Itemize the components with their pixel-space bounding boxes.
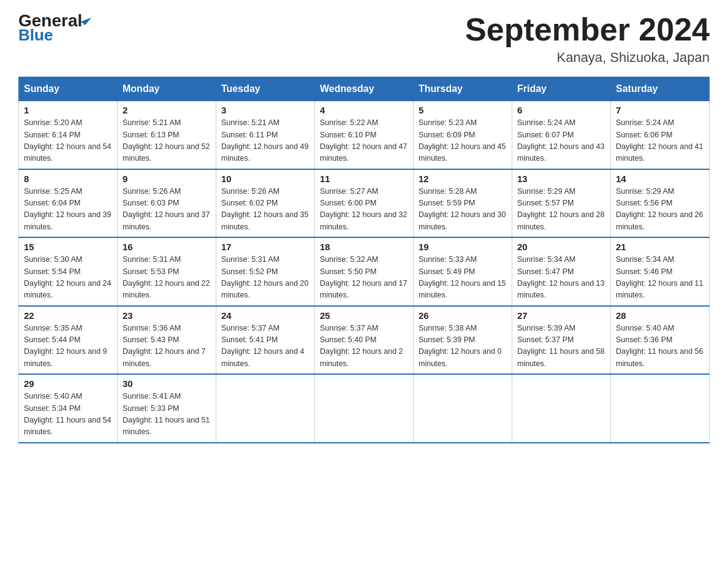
day-info: Sunrise: 5:38 AMSunset: 5:39 PMDaylight:… [419, 324, 502, 368]
col-header-tuesday: Tuesday [216, 77, 315, 101]
calendar-cell: 18 Sunrise: 5:32 AMSunset: 5:50 PMDaylig… [315, 237, 414, 306]
calendar-cell: 26 Sunrise: 5:38 AMSunset: 5:39 PMDaylig… [414, 306, 512, 375]
day-number: 2 [123, 105, 211, 115]
day-number: 12 [419, 174, 507, 184]
calendar-cell: 17 Sunrise: 5:31 AMSunset: 5:52 PMDaylig… [216, 237, 315, 306]
day-number: 26 [419, 310, 507, 321]
calendar-cell: 23 Sunrise: 5:36 AMSunset: 5:43 PMDaylig… [118, 306, 216, 375]
logo-blue: Blue [18, 27, 53, 43]
day-number: 27 [517, 310, 605, 321]
day-info: Sunrise: 5:23 AMSunset: 6:09 PMDaylight:… [419, 118, 506, 163]
day-info: Sunrise: 5:40 AMSunset: 5:36 PMDaylight:… [616, 324, 703, 368]
day-number: 20 [517, 242, 605, 252]
calendar-cell: 4 Sunrise: 5:22 AMSunset: 6:10 PMDayligh… [315, 101, 414, 169]
calendar-cell: 19 Sunrise: 5:33 AMSunset: 5:49 PMDaylig… [414, 237, 512, 306]
day-info: Sunrise: 5:34 AMSunset: 5:46 PMDaylight:… [616, 255, 703, 299]
calendar-title: September 2024 [465, 12, 710, 47]
day-info: Sunrise: 5:41 AMSunset: 5:33 PMDaylight:… [123, 392, 210, 436]
day-number: 1 [24, 105, 112, 115]
day-number: 24 [221, 310, 309, 321]
calendar-cell: 6 Sunrise: 5:24 AMSunset: 6:07 PMDayligh… [512, 101, 611, 169]
page-header: General Blue September 2024 Kanaya, Shiz… [18, 12, 710, 66]
day-info: Sunrise: 5:27 AMSunset: 6:00 PMDaylight:… [320, 187, 407, 231]
day-info: Sunrise: 5:21 AMSunset: 6:11 PMDaylight:… [221, 118, 308, 163]
day-number: 25 [320, 310, 408, 321]
day-number: 19 [419, 242, 507, 252]
day-info: Sunrise: 5:29 AMSunset: 5:56 PMDaylight:… [616, 187, 703, 231]
col-header-thursday: Thursday [414, 77, 512, 101]
calendar-cell: 21 Sunrise: 5:34 AMSunset: 5:46 PMDaylig… [611, 237, 710, 306]
calendar-cell: 28 Sunrise: 5:40 AMSunset: 5:36 PMDaylig… [611, 306, 710, 375]
day-number: 21 [616, 242, 704, 252]
day-info: Sunrise: 5:32 AMSunset: 5:50 PMDaylight:… [320, 255, 407, 299]
calendar-cell [216, 374, 315, 443]
week-row-3: 15 Sunrise: 5:30 AMSunset: 5:54 PMDaylig… [19, 237, 710, 306]
day-number: 14 [616, 174, 704, 184]
calendar-cell: 11 Sunrise: 5:27 AMSunset: 6:00 PMDaylig… [315, 169, 414, 238]
calendar-cell: 22 Sunrise: 5:35 AMSunset: 5:44 PMDaylig… [19, 306, 118, 375]
calendar-cell [512, 374, 611, 443]
day-number: 9 [123, 174, 211, 184]
calendar-cell: 27 Sunrise: 5:39 AMSunset: 5:37 PMDaylig… [512, 306, 611, 375]
calendar-cell: 24 Sunrise: 5:37 AMSunset: 5:41 PMDaylig… [216, 306, 315, 375]
calendar-cell [414, 374, 512, 443]
day-number: 30 [123, 378, 211, 389]
day-number: 10 [221, 174, 309, 184]
day-number: 4 [320, 105, 408, 115]
day-info: Sunrise: 5:24 AMSunset: 6:06 PMDaylight:… [616, 118, 703, 163]
day-info: Sunrise: 5:39 AMSunset: 5:37 PMDaylight:… [517, 324, 604, 368]
calendar-cell [315, 374, 414, 443]
day-info: Sunrise: 5:30 AMSunset: 5:54 PMDaylight:… [24, 255, 111, 299]
day-info: Sunrise: 5:20 AMSunset: 6:14 PMDaylight:… [24, 118, 111, 163]
day-info: Sunrise: 5:24 AMSunset: 6:07 PMDaylight:… [517, 118, 604, 163]
calendar-cell: 25 Sunrise: 5:37 AMSunset: 5:40 PMDaylig… [315, 306, 414, 375]
calendar-cell: 10 Sunrise: 5:26 AMSunset: 6:02 PMDaylig… [216, 169, 315, 238]
calendar-cell: 8 Sunrise: 5:25 AMSunset: 6:04 PMDayligh… [19, 169, 118, 238]
col-header-sunday: Sunday [19, 77, 118, 101]
day-number: 18 [320, 242, 408, 252]
day-number: 17 [221, 242, 309, 252]
day-number: 15 [24, 242, 112, 252]
day-info: Sunrise: 5:22 AMSunset: 6:10 PMDaylight:… [320, 118, 407, 163]
week-row-4: 22 Sunrise: 5:35 AMSunset: 5:44 PMDaylig… [19, 306, 710, 375]
day-info: Sunrise: 5:28 AMSunset: 5:59 PMDaylight:… [419, 187, 506, 231]
day-info: Sunrise: 5:26 AMSunset: 6:02 PMDaylight:… [221, 187, 308, 231]
calendar-table: SundayMondayTuesdayWednesdayThursdayFrid… [18, 77, 710, 443]
day-number: 7 [616, 105, 704, 115]
calendar-cell: 7 Sunrise: 5:24 AMSunset: 6:06 PMDayligh… [611, 101, 710, 169]
day-number: 28 [616, 310, 704, 321]
day-info: Sunrise: 5:29 AMSunset: 5:57 PMDaylight:… [517, 187, 604, 231]
calendar-cell: 5 Sunrise: 5:23 AMSunset: 6:09 PMDayligh… [414, 101, 512, 169]
calendar-cell: 9 Sunrise: 5:26 AMSunset: 6:03 PMDayligh… [118, 169, 216, 238]
week-row-5: 29 Sunrise: 5:40 AMSunset: 5:34 PMDaylig… [19, 374, 710, 443]
week-row-2: 8 Sunrise: 5:25 AMSunset: 6:04 PMDayligh… [19, 169, 710, 238]
day-number: 3 [221, 105, 309, 115]
day-number: 11 [320, 174, 408, 184]
day-info: Sunrise: 5:31 AMSunset: 5:53 PMDaylight:… [123, 255, 210, 299]
col-header-saturday: Saturday [611, 77, 710, 101]
day-info: Sunrise: 5:21 AMSunset: 6:13 PMDaylight:… [123, 118, 210, 163]
calendar-cell: 2 Sunrise: 5:21 AMSunset: 6:13 PMDayligh… [118, 101, 216, 169]
calendar-subtitle: Kanaya, Shizuoka, Japan [465, 50, 710, 66]
day-info: Sunrise: 5:40 AMSunset: 5:34 PMDaylight:… [24, 392, 111, 436]
day-number: 22 [24, 310, 112, 321]
day-number: 13 [517, 174, 605, 184]
header-row: SundayMondayTuesdayWednesdayThursdayFrid… [19, 77, 710, 101]
col-header-friday: Friday [512, 77, 611, 101]
col-header-monday: Monday [118, 77, 216, 101]
day-info: Sunrise: 5:36 AMSunset: 5:43 PMDaylight:… [123, 324, 206, 368]
day-info: Sunrise: 5:25 AMSunset: 6:04 PMDaylight:… [24, 187, 111, 231]
calendar-cell: 16 Sunrise: 5:31 AMSunset: 5:53 PMDaylig… [118, 237, 216, 306]
calendar-cell: 15 Sunrise: 5:30 AMSunset: 5:54 PMDaylig… [19, 237, 118, 306]
day-info: Sunrise: 5:37 AMSunset: 5:41 PMDaylight:… [221, 324, 305, 368]
day-info: Sunrise: 5:26 AMSunset: 6:03 PMDaylight:… [123, 187, 210, 231]
calendar-cell: 29 Sunrise: 5:40 AMSunset: 5:34 PMDaylig… [19, 374, 118, 443]
day-info: Sunrise: 5:34 AMSunset: 5:47 PMDaylight:… [517, 255, 604, 299]
day-info: Sunrise: 5:37 AMSunset: 5:40 PMDaylight:… [320, 324, 403, 368]
calendar-cell: 3 Sunrise: 5:21 AMSunset: 6:11 PMDayligh… [216, 101, 315, 169]
day-number: 6 [517, 105, 605, 115]
calendar-cell: 30 Sunrise: 5:41 AMSunset: 5:33 PMDaylig… [118, 374, 216, 443]
calendar-cell [611, 374, 710, 443]
title-block: September 2024 Kanaya, Shizuoka, Japan [465, 12, 710, 66]
calendar-cell: 20 Sunrise: 5:34 AMSunset: 5:47 PMDaylig… [512, 237, 611, 306]
